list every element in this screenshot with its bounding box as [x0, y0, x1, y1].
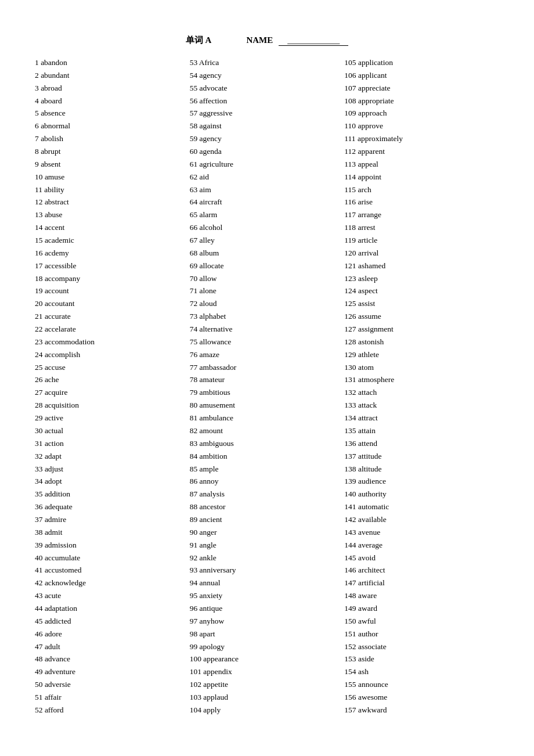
word-item: 27 acquire — [35, 386, 190, 399]
word-item: 69 allocate — [190, 260, 345, 272]
word-item: 18 accompany — [35, 272, 190, 285]
word-item: 37 admire — [35, 513, 190, 526]
word-item: 146 architect — [344, 564, 499, 577]
word-item: 23 accommodation — [35, 336, 190, 348]
word-item: 135 attain — [344, 424, 499, 437]
word-item: 99 apology — [190, 640, 345, 653]
word-item: 134 attract — [344, 412, 499, 424]
word-item: 26 ache — [35, 373, 190, 386]
word-item: 148 aware — [344, 589, 499, 602]
word-item: 78 amateur — [190, 373, 345, 386]
word-item: 57 aggressive — [190, 107, 345, 120]
word-item: 53 Africa — [190, 56, 345, 69]
word-item: 11 ability — [35, 183, 190, 196]
word-item: 152 associate — [344, 640, 499, 653]
word-item: 151 author — [344, 628, 499, 640]
word-item: 88 ancestor — [190, 501, 345, 513]
word-item: 9 absent — [35, 158, 190, 171]
word-item: 83 ambiguous — [190, 437, 345, 450]
word-item: 40 accumulate — [35, 552, 190, 564]
word-item: 28 acquisition — [35, 399, 190, 412]
word-item: 145 avoid — [344, 552, 499, 564]
word-item: 30 actual — [35, 424, 190, 437]
word-item: 97 anyhow — [190, 615, 345, 628]
word-item: 112 apparent — [344, 145, 499, 158]
word-item: 110 approve — [344, 120, 499, 132]
word-item: 104 apply — [190, 704, 345, 717]
word-item: 59 agency — [190, 132, 345, 145]
word-item: 119 article — [344, 234, 499, 247]
word-item: 16 acdemy — [35, 247, 190, 260]
word-item: 77 ambassador — [190, 361, 345, 374]
word-item: 138 altitude — [344, 463, 499, 476]
word-item: 141 automatic — [344, 501, 499, 513]
word-item: 33 adjust — [35, 463, 190, 476]
word-item: 105 application — [344, 56, 499, 69]
word-item: 70 allow — [190, 272, 345, 285]
word-item: 36 adequate — [35, 501, 190, 513]
word-item: 87 analysis — [190, 488, 345, 501]
word-item: 48 advance — [35, 653, 190, 665]
word-item: 38 admit — [35, 526, 190, 539]
word-item: 84 ambition — [190, 450, 345, 463]
word-item: 46 adore — [35, 628, 190, 640]
word-item: 98 apart — [190, 628, 345, 640]
word-item: 1 abandon — [35, 56, 190, 69]
word-item: 29 active — [35, 412, 190, 424]
word-item: 43 acute — [35, 589, 190, 602]
name-line: ____________ — [279, 35, 348, 46]
word-item: 85 ample — [190, 463, 345, 476]
word-item: 63 aim — [190, 183, 345, 196]
word-columns: 1 abandon2 abundant3 abroad4 aboard5 abs… — [23, 56, 511, 717]
word-item: 44 adaptation — [35, 602, 190, 615]
word-item: 90 anger — [190, 526, 345, 539]
word-item: 86 annoy — [190, 475, 345, 488]
word-item: 62 aid — [190, 171, 345, 183]
word-item: 80 amusement — [190, 399, 345, 412]
word-item: 6 abnormal — [35, 120, 190, 132]
word-item: 74 alternative — [190, 323, 345, 336]
word-item: 113 appeal — [344, 158, 499, 171]
word-column-col3: 105 application106 applicant107 apprecia… — [344, 56, 499, 717]
word-item: 143 avenue — [344, 526, 499, 539]
word-item: 120 arrival — [344, 247, 499, 260]
word-item: 114 appoint — [344, 171, 499, 183]
word-item: 150 awful — [344, 615, 499, 628]
word-item: 25 accuse — [35, 361, 190, 374]
word-item: 68 album — [190, 247, 345, 260]
word-item: 12 abstract — [35, 196, 190, 208]
word-item: 67 alley — [190, 234, 345, 247]
word-item: 155 announce — [344, 678, 499, 691]
word-item: 126 assume — [344, 310, 499, 323]
word-item: 20 accoutant — [35, 297, 190, 310]
word-item: 93 anniversary — [190, 564, 345, 577]
word-item: 72 aloud — [190, 297, 345, 310]
word-item: 100 appearance — [190, 653, 345, 665]
word-item: 51 affair — [35, 691, 190, 704]
word-item: 107 appreciate — [344, 82, 499, 95]
word-item: 131 atmosphere — [344, 373, 499, 386]
word-item: 47 adult — [35, 640, 190, 653]
word-item: 108 appropriate — [344, 95, 499, 107]
word-item: 133 attack — [344, 399, 499, 412]
word-item: 31 action — [35, 437, 190, 450]
word-item: 64 aircraft — [190, 196, 345, 208]
word-item: 2 abundant — [35, 69, 190, 82]
word-item: 21 accurate — [35, 310, 190, 323]
word-item: 137 attitude — [344, 450, 499, 463]
word-item: 130 atom — [344, 361, 499, 374]
word-item: 92 ankle — [190, 552, 345, 564]
word-item: 32 adapt — [35, 450, 190, 463]
word-item: 56 affection — [190, 95, 345, 107]
word-item: 75 allowance — [190, 336, 345, 348]
word-item: 136 attend — [344, 437, 499, 450]
word-item: 14 accent — [35, 221, 190, 234]
word-item: 157 awkward — [344, 704, 499, 717]
word-item: 156 awesome — [344, 691, 499, 704]
word-item: 55 advocate — [190, 82, 345, 95]
word-item: 82 amount — [190, 424, 345, 437]
word-item: 42 acknowledge — [35, 577, 190, 589]
word-item: 142 available — [344, 513, 499, 526]
word-column-col2: 53 Africa54 agency55 advocate56 affectio… — [190, 56, 345, 717]
word-item: 128 astonish — [344, 336, 499, 348]
